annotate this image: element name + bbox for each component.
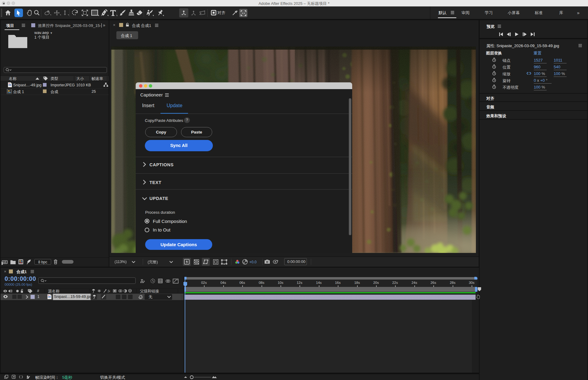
svg-text:fx: fx: [108, 289, 110, 293]
